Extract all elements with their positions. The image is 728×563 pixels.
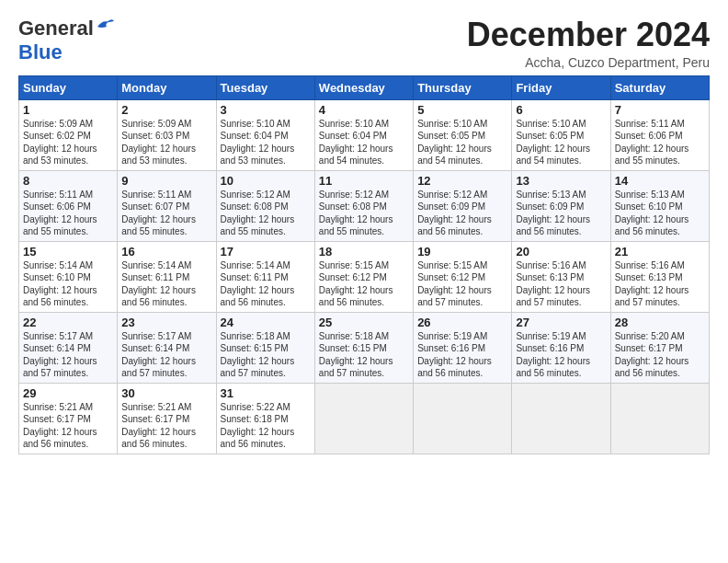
day-number: 8 — [23, 174, 113, 188]
header-thursday: Thursday — [414, 75, 512, 99]
cell-info: Sunrise: 5:17 AM Sunset: 6:14 PM Dayligh… — [23, 330, 113, 380]
week-row-4: 29Sunrise: 5:21 AM Sunset: 6:17 PM Dayli… — [19, 383, 710, 454]
calendar-cell: 14Sunrise: 5:13 AM Sunset: 6:10 PM Dayli… — [610, 170, 709, 241]
calendar-cell: 18Sunrise: 5:15 AM Sunset: 6:12 PM Dayli… — [314, 241, 413, 312]
day-number: 24 — [221, 316, 311, 329]
calendar-cell — [610, 383, 709, 454]
day-number: 19 — [417, 245, 507, 259]
calendar-cell: 9Sunrise: 5:11 AM Sunset: 6:07 PM Daylig… — [118, 170, 216, 241]
calendar-cell: 7Sunrise: 5:11 AM Sunset: 6:06 PM Daylig… — [610, 99, 709, 170]
cell-info: Sunrise: 5:15 AM Sunset: 6:12 PM Dayligh… — [417, 259, 507, 309]
cell-info: Sunrise: 5:11 AM Sunset: 6:06 PM Dayligh… — [615, 118, 705, 167]
day-number: 21 — [615, 245, 705, 259]
day-number: 25 — [319, 316, 409, 329]
header-monday: Monday — [118, 75, 216, 99]
cell-info: Sunrise: 5:13 AM Sunset: 6:09 PM Dayligh… — [516, 189, 606, 238]
header: General Blue December 2024 Accha, Cuzco … — [18, 17, 710, 70]
calendar-cell: 5Sunrise: 5:10 AM Sunset: 6:05 PM Daylig… — [414, 99, 512, 170]
calendar-cell: 12Sunrise: 5:12 AM Sunset: 6:09 PM Dayli… — [414, 170, 512, 241]
header-friday: Friday — [512, 75, 610, 99]
day-number: 29 — [23, 386, 113, 400]
cell-info: Sunrise: 5:14 AM Sunset: 6:11 PM Dayligh… — [121, 259, 211, 309]
cell-info: Sunrise: 5:16 AM Sunset: 6:13 PM Dayligh… — [516, 259, 606, 309]
logo: General Blue — [18, 17, 116, 64]
cell-info: Sunrise: 5:17 AM Sunset: 6:14 PM Dayligh… — [121, 330, 211, 380]
calendar-cell: 29Sunrise: 5:21 AM Sunset: 6:17 PM Dayli… — [19, 383, 118, 454]
cell-info: Sunrise: 5:18 AM Sunset: 6:15 PM Dayligh… — [319, 330, 409, 380]
day-number: 20 — [516, 245, 606, 259]
cell-info: Sunrise: 5:21 AM Sunset: 6:17 PM Dayligh… — [121, 401, 211, 451]
calendar-cell: 28Sunrise: 5:20 AM Sunset: 6:17 PM Dayli… — [610, 312, 709, 383]
day-number: 16 — [121, 245, 211, 259]
day-number: 17 — [221, 245, 311, 259]
logo-blue: Blue — [18, 40, 63, 63]
header-tuesday: Tuesday — [216, 75, 314, 99]
day-number: 1 — [23, 103, 113, 117]
calendar-cell: 19Sunrise: 5:15 AM Sunset: 6:12 PM Dayli… — [414, 241, 512, 312]
day-number: 14 — [615, 174, 705, 188]
cell-info: Sunrise: 5:12 AM Sunset: 6:09 PM Dayligh… — [417, 189, 507, 238]
cell-info: Sunrise: 5:19 AM Sunset: 6:16 PM Dayligh… — [516, 330, 606, 380]
week-row-3: 22Sunrise: 5:17 AM Sunset: 6:14 PM Dayli… — [19, 312, 710, 383]
cell-info: Sunrise: 5:10 AM Sunset: 6:04 PM Dayligh… — [221, 118, 311, 167]
calendar-cell: 4Sunrise: 5:10 AM Sunset: 6:04 PM Daylig… — [314, 99, 413, 170]
header-wednesday: Wednesday — [314, 75, 413, 99]
cell-info: Sunrise: 5:09 AM Sunset: 6:03 PM Dayligh… — [121, 118, 211, 167]
day-number: 23 — [121, 316, 211, 329]
calendar-cell: 16Sunrise: 5:14 AM Sunset: 6:11 PM Dayli… — [118, 241, 216, 312]
calendar-cell — [512, 383, 610, 454]
cell-info: Sunrise: 5:11 AM Sunset: 6:07 PM Dayligh… — [121, 189, 211, 238]
day-number: 10 — [221, 174, 311, 188]
day-number: 11 — [319, 174, 409, 188]
calendar-cell: 27Sunrise: 5:19 AM Sunset: 6:16 PM Dayli… — [512, 312, 610, 383]
calendar-page: General Blue December 2024 Accha, Cuzco … — [0, 0, 728, 563]
calendar-cell: 22Sunrise: 5:17 AM Sunset: 6:14 PM Dayli… — [19, 312, 118, 383]
cell-info: Sunrise: 5:09 AM Sunset: 6:02 PM Dayligh… — [23, 118, 113, 167]
calendar-cell: 1Sunrise: 5:09 AM Sunset: 6:02 PM Daylig… — [19, 99, 118, 170]
day-number: 13 — [516, 174, 606, 188]
day-number: 31 — [221, 386, 311, 400]
logo-general: General — [18, 17, 94, 40]
calendar-cell: 6Sunrise: 5:10 AM Sunset: 6:05 PM Daylig… — [512, 99, 610, 170]
calendar-cell: 23Sunrise: 5:17 AM Sunset: 6:14 PM Dayli… — [118, 312, 216, 383]
day-number: 15 — [23, 245, 113, 259]
day-number: 6 — [516, 103, 606, 117]
calendar-cell — [414, 383, 512, 454]
cell-info: Sunrise: 5:10 AM Sunset: 6:05 PM Dayligh… — [516, 118, 606, 167]
day-number: 4 — [319, 103, 409, 117]
cell-info: Sunrise: 5:12 AM Sunset: 6:08 PM Dayligh… — [221, 189, 311, 238]
day-number: 30 — [121, 386, 211, 400]
cell-info: Sunrise: 5:10 AM Sunset: 6:04 PM Dayligh… — [319, 118, 409, 167]
header-saturday: Saturday — [610, 75, 709, 99]
cell-info: Sunrise: 5:15 AM Sunset: 6:12 PM Dayligh… — [319, 259, 409, 309]
calendar-cell: 15Sunrise: 5:14 AM Sunset: 6:10 PM Dayli… — [19, 241, 118, 312]
calendar-cell: 31Sunrise: 5:22 AM Sunset: 6:18 PM Dayli… — [216, 383, 314, 454]
calendar-cell: 25Sunrise: 5:18 AM Sunset: 6:15 PM Dayli… — [314, 312, 413, 383]
calendar-cell: 13Sunrise: 5:13 AM Sunset: 6:09 PM Dayli… — [512, 170, 610, 241]
cell-info: Sunrise: 5:20 AM Sunset: 6:17 PM Dayligh… — [615, 330, 705, 380]
calendar-cell: 8Sunrise: 5:11 AM Sunset: 6:06 PM Daylig… — [19, 170, 118, 241]
cell-info: Sunrise: 5:10 AM Sunset: 6:05 PM Dayligh… — [417, 118, 507, 167]
day-number: 5 — [417, 103, 507, 117]
day-number: 2 — [121, 103, 211, 117]
calendar-cell — [314, 383, 413, 454]
week-row-1: 8Sunrise: 5:11 AM Sunset: 6:06 PM Daylig… — [19, 170, 710, 241]
calendar-cell: 17Sunrise: 5:14 AM Sunset: 6:11 PM Dayli… — [216, 241, 314, 312]
day-number: 22 — [23, 316, 113, 329]
header-sunday: Sunday — [19, 75, 118, 99]
calendar-table: SundayMondayTuesdayWednesdayThursdayFrid… — [18, 75, 710, 454]
cell-info: Sunrise: 5:22 AM Sunset: 6:18 PM Dayligh… — [221, 401, 311, 451]
calendar-cell: 21Sunrise: 5:16 AM Sunset: 6:13 PM Dayli… — [610, 241, 709, 312]
cell-info: Sunrise: 5:11 AM Sunset: 6:06 PM Dayligh… — [23, 189, 113, 238]
day-number: 28 — [615, 316, 705, 329]
month-title: December 2024 — [467, 17, 710, 53]
calendar-cell: 10Sunrise: 5:12 AM Sunset: 6:08 PM Dayli… — [216, 170, 314, 241]
day-number: 7 — [615, 103, 705, 117]
calendar-cell: 3Sunrise: 5:10 AM Sunset: 6:04 PM Daylig… — [216, 99, 314, 170]
logo-bird-icon — [96, 17, 116, 34]
cell-info: Sunrise: 5:18 AM Sunset: 6:15 PM Dayligh… — [221, 330, 311, 380]
cell-info: Sunrise: 5:16 AM Sunset: 6:13 PM Dayligh… — [615, 259, 705, 309]
cell-info: Sunrise: 5:14 AM Sunset: 6:10 PM Dayligh… — [23, 259, 113, 309]
cell-info: Sunrise: 5:13 AM Sunset: 6:10 PM Dayligh… — [615, 189, 705, 238]
calendar-cell: 11Sunrise: 5:12 AM Sunset: 6:08 PM Dayli… — [314, 170, 413, 241]
